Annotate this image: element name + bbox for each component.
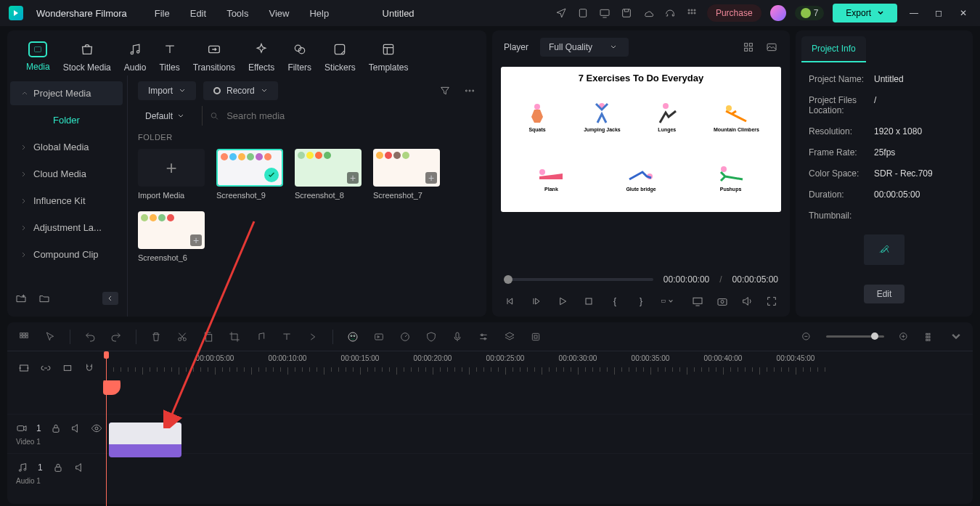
add-icon[interactable]: + [190,234,202,246]
collapse-sidebar-icon[interactable] [102,292,118,305]
import-dropdown[interactable]: Import [138,81,196,100]
sidebar-project-media[interactable]: Project Media [10,81,123,105]
mute-icon[interactable] [73,461,86,474]
stop-icon[interactable] [582,295,595,308]
gems-badge[interactable]: 7 [795,6,825,20]
minimize-button[interactable]: — [906,5,922,21]
tab-stickers[interactable]: Stickers [323,38,357,76]
fullscreen-icon[interactable] [765,295,778,308]
play-start-icon[interactable] [530,295,543,308]
magnet-icon[interactable] [83,362,96,375]
timeline-clip[interactable] [109,423,181,457]
list-view-icon[interactable] [923,330,936,343]
save-icon[interactable] [620,7,633,20]
tab-stock-media[interactable]: Stock Media [62,38,113,76]
layers-icon[interactable] [503,330,516,343]
edit-thumbnail-button[interactable]: Edit [864,285,905,303]
send-icon[interactable] [555,7,568,20]
display-icon[interactable] [691,295,704,308]
menu-tools[interactable]: Tools [226,8,248,19]
zoom-out-icon[interactable] [800,330,813,343]
maximize-button[interactable]: ◻ [931,5,947,21]
undo-icon[interactable] [83,330,97,343]
tab-filters[interactable]: Filters [286,38,313,76]
mute-icon[interactable] [70,422,82,435]
tab-effects[interactable]: Effects [247,38,276,76]
playhead[interactable] [106,351,107,506]
audio-track[interactable]: 1 Audio 1 [7,453,973,492]
snapshot-icon[interactable] [716,295,729,308]
delete-icon[interactable] [150,330,163,343]
add-icon[interactable]: + [347,172,359,184]
tab-templates[interactable]: Templates [367,38,410,76]
add-track-icon[interactable] [17,362,30,375]
play-icon[interactable] [556,295,569,308]
effects-tool-icon[interactable] [372,330,385,343]
quality-dropdown[interactable]: Full Quality [540,38,629,57]
sliders-icon[interactable] [477,330,490,343]
media-item[interactable]: + Screenshot_6 [138,211,205,262]
marker-icon[interactable] [61,362,74,375]
text-tool-icon[interactable] [280,330,293,343]
headphones-icon[interactable] [663,7,677,20]
sort-dropdown[interactable]: Default [138,107,192,126]
timeline-ruler[interactable]: 00:00:05:0000:00:10:0000:00:15:0000:00:2… [106,351,973,380]
record-dropdown[interactable]: Record [203,81,278,100]
shield-icon[interactable] [425,330,438,343]
media-item[interactable]: Screenshot_9 [216,149,283,200]
folder-icon[interactable] [38,292,51,305]
clip-icon[interactable] [661,295,674,308]
more-tools-icon[interactable] [306,330,319,343]
search-input[interactable] [226,110,469,121]
grid-view-icon[interactable] [742,41,755,54]
menu-view[interactable]: View [269,8,289,19]
mic-icon[interactable] [451,330,464,343]
menu-help[interactable]: Help [309,8,329,19]
link-icon[interactable] [39,362,52,375]
sidebar-influence-kit[interactable]: Influence Kit [10,189,123,213]
image-icon[interactable] [765,41,778,54]
monitor-icon[interactable] [598,7,611,20]
sidebar-adjustment-layer[interactable]: Adjustment La... [10,216,123,240]
zoom-in-icon[interactable] [897,330,910,343]
tab-project-info[interactable]: Project Info [801,36,866,62]
avatar[interactable] [770,5,786,21]
media-item[interactable]: + Screenshot_7 [373,149,440,200]
tab-transitions[interactable]: Transitions [192,38,237,76]
purchase-button[interactable]: Purchase [707,4,761,22]
eye-icon[interactable] [91,422,102,435]
volume-icon[interactable] [740,295,754,308]
view-dropdown-icon[interactable] [950,330,963,343]
mark-in-icon[interactable]: { [608,295,621,308]
copy-icon[interactable] [202,330,215,343]
lock-icon[interactable] [50,422,62,435]
grid-icon[interactable] [17,330,30,343]
media-item[interactable]: + Screenshot_8 [295,149,362,200]
preview-viewport[interactable]: 7 Exercises To Do Everyday Squats Jumpin… [501,67,781,212]
sidebar-folder[interactable]: Folder [10,108,123,132]
keyframe-icon[interactable] [529,330,542,343]
close-button[interactable]: ✕ [955,5,971,21]
export-button[interactable]: Export [833,4,897,23]
sidebar-cloud-media[interactable]: Cloud Media [10,162,123,186]
zoom-slider[interactable] [826,335,884,338]
ai-icon[interactable] [346,330,359,343]
more-icon[interactable] [463,84,476,97]
sidebar-global-media[interactable]: Global Media [10,135,123,159]
cloud-icon[interactable] [642,7,655,20]
menu-file[interactable]: File [155,8,170,19]
speed-icon[interactable] [399,330,412,343]
cut-icon[interactable] [176,330,189,343]
device-icon[interactable] [576,7,589,20]
pointer-icon[interactable] [44,330,57,343]
audio-tool-icon[interactable] [254,330,267,343]
apps-icon[interactable] [685,7,698,20]
tab-media[interactable]: Media [25,38,52,75]
new-folder-icon[interactable] [15,292,28,305]
tab-titles[interactable]: Titles [158,38,181,76]
add-icon[interactable]: + [425,172,437,184]
lock-icon[interactable] [52,461,65,474]
menu-edit[interactable]: Edit [190,8,206,19]
sidebar-compound-clip[interactable]: Compound Clip [10,242,123,266]
import-media-tile[interactable]: + Import Media [138,149,205,200]
